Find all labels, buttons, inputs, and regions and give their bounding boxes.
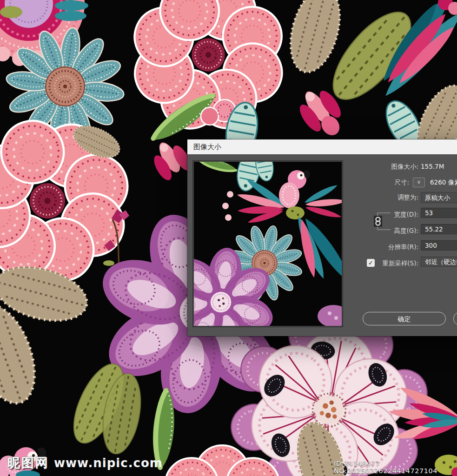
dialog-titlebar[interactable]: 图像大小 — [187, 139, 457, 154]
image-size-dialog: 图像大小 — [187, 139, 457, 336]
preview-art — [194, 162, 342, 326]
image-preview[interactable] — [193, 161, 343, 327]
cancel-button-partial[interactable] — [453, 312, 457, 325]
link-dimensions-icon — [371, 210, 393, 233]
dimensions-label: 尺寸: — [336, 178, 409, 187]
fit-to-label: 调整为: — [336, 192, 418, 202]
resolution-label: 分辨率(R): — [336, 242, 418, 251]
fit-to-dropdown[interactable]: 原稿大小 — [421, 192, 457, 203]
link-dimensions-control[interactable] — [371, 210, 393, 233]
resample-dropdown[interactable]: 邻近（硬边缘） — [421, 257, 457, 267]
watermark-site: 昵图网 www.nipic.com — [7, 455, 163, 471]
site-logo: 昵图网 — [7, 455, 49, 471]
image-size-label: 图像大小: — [336, 162, 418, 171]
image-size-value: 155.7M — [421, 162, 444, 171]
chevron-down-icon[interactable]: ∨ — [413, 178, 425, 187]
height-input[interactable]: 55.22 — [421, 224, 457, 234]
photoshop-canvas: 昵图网 www.nipic.com ID:34148477 NO:2025022… — [0, 0, 457, 476]
site-url: www.nipic.com — [54, 456, 163, 470]
resolution-input[interactable]: 300 — [421, 240, 457, 251]
ok-button[interactable]: 确定 — [363, 312, 446, 325]
dialog-title: 图像大小 — [193, 143, 221, 151]
watermark-id: ID:34148477 NO:20250226224414727104 — [334, 460, 457, 475]
resample-label: 重新采样(S): — [336, 258, 418, 268]
width-input[interactable]: 53 — [421, 208, 457, 218]
dimensions-value: 6260 像素 — [430, 178, 457, 187]
dialog-body: 图像大小: 155.7M 尺寸: ∨ 6260 像素 调整为: 原稿大小 宽度(… — [187, 154, 457, 336]
